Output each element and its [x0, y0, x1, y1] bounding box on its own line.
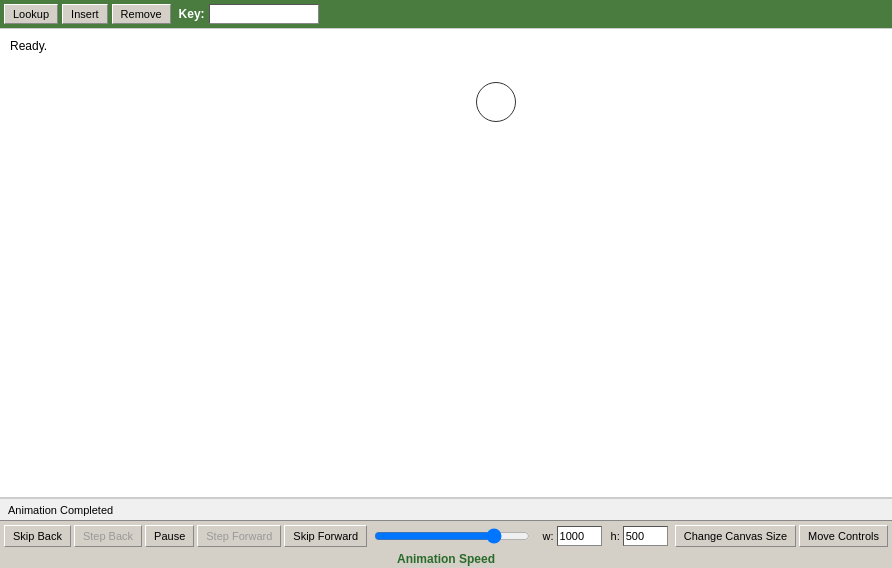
key-label: Key: — [179, 7, 205, 21]
bottom-controls: Skip Back Step Back Pause Step Forward S… — [0, 520, 892, 550]
skip-back-button[interactable]: Skip Back — [4, 525, 71, 547]
animation-speed-bar: Animation Speed — [0, 550, 892, 568]
step-back-button[interactable]: Step Back — [74, 525, 142, 547]
status-text: Animation Completed — [8, 504, 113, 516]
speed-slider[interactable] — [374, 528, 529, 544]
lookup-button[interactable]: Lookup — [4, 4, 58, 24]
main-canvas: Ready. — [0, 28, 892, 498]
ready-text: Ready. — [10, 39, 47, 53]
remove-button[interactable]: Remove — [112, 4, 171, 24]
skip-forward-button[interactable]: Skip Forward — [284, 525, 367, 547]
height-label: h: — [611, 530, 620, 542]
move-controls-button[interactable]: Move Controls — [799, 525, 888, 547]
width-input[interactable] — [557, 526, 602, 546]
status-bar: Animation Completed — [0, 498, 892, 520]
pause-button[interactable]: Pause — [145, 525, 194, 547]
speed-slider-container — [374, 528, 529, 544]
animation-circle — [476, 82, 516, 122]
key-input[interactable] — [209, 4, 319, 24]
insert-button[interactable]: Insert — [62, 4, 108, 24]
height-input[interactable] — [623, 526, 668, 546]
animation-speed-label: Animation Speed — [397, 552, 495, 566]
width-label: w: — [543, 530, 554, 542]
top-toolbar: Lookup Insert Remove Key: — [0, 0, 892, 28]
step-forward-button[interactable]: Step Forward — [197, 525, 281, 547]
change-canvas-button[interactable]: Change Canvas Size — [675, 525, 796, 547]
